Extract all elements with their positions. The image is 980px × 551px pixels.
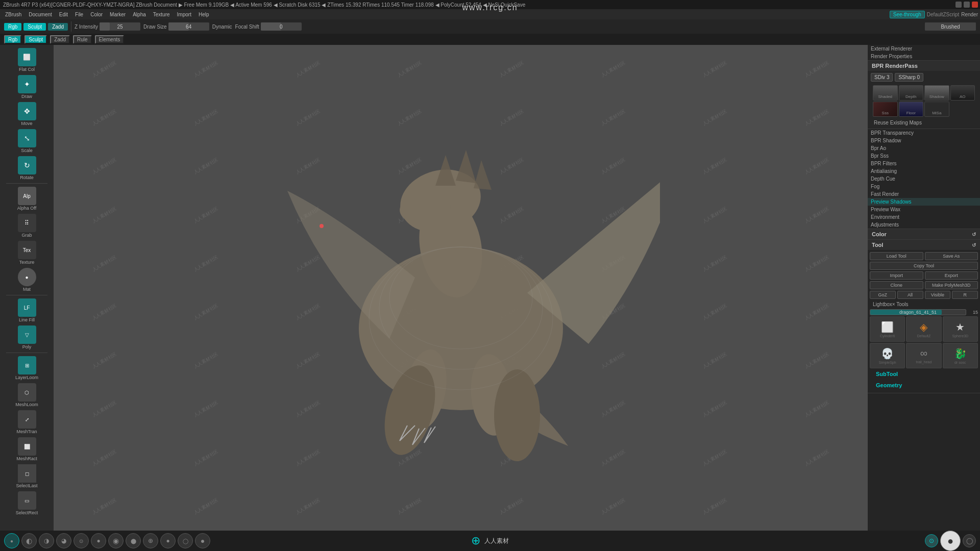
fast-render-toggle[interactable]: Fast Render	[868, 190, 980, 198]
tool-thumb-star[interactable]: ★ Sphere3D	[943, 316, 978, 342]
tool-thumb-mesh[interactable]: ∞ trail_head	[906, 343, 941, 368]
window-controls[interactable]	[955, 0, 978, 9]
brush-r2[interactable]: ●	[940, 531, 961, 551]
tab-elements[interactable]: Elements	[95, 35, 125, 44]
zadd-button[interactable]: Zadd	[48, 23, 68, 31]
sdiv-btn[interactable]: SDiv 3	[871, 73, 893, 82]
dragon-viewport[interactable]: 人人素材社区 人人素材社区 人人素材社区 人人素材社区 人人素材社区 人人素材社…	[54, 45, 868, 531]
tool-thumb-dragon[interactable]: 🐉 dr sosc	[943, 343, 978, 368]
menu-file[interactable]: File	[72, 11, 86, 18]
see-through-button[interactable]: See-through	[890, 11, 925, 18]
sidebar-tool-texture[interactable]: Tex Texture	[4, 240, 50, 266]
lightbox-tools-toggle[interactable]: Lightbox× Tools	[870, 300, 978, 308]
copy-tool-button[interactable]: Copy Tool	[870, 262, 978, 270]
brush-4[interactable]: ◕	[56, 533, 71, 548]
sidebar-tool-flat-col[interactable]: ⬜ Flat Col	[4, 47, 50, 73]
sidebar-tool-poly[interactable]: ▽ Poly	[4, 324, 50, 350]
brush-11[interactable]: ◯	[178, 533, 193, 548]
sidebar-tool-layerloom[interactable]: ⊞ LayerLoom	[4, 355, 50, 381]
dragon-name-slider[interactable]: dragon_61_41_51	[870, 309, 966, 315]
menu-import[interactable]: Import	[174, 11, 194, 18]
sidebar-tool-scale[interactable]: ⤡ Scale	[4, 128, 50, 154]
antialiasing-toggle[interactable]: Antialiasing	[868, 167, 980, 175]
menu-marker[interactable]: Marker	[107, 11, 129, 18]
sidebar-tool-linefill[interactable]: LF Line Fill	[4, 297, 50, 323]
sidebar-tool-grab[interactable]: ⠿ Grab	[4, 213, 50, 239]
bpr-ao-toggle[interactable]: Bpr Ao	[868, 144, 980, 152]
tool-thumb-skull[interactable]: 💀 SimpleSph	[870, 343, 905, 368]
brush-3[interactable]: ◑	[39, 533, 54, 548]
bpr-sss-toggle[interactable]: Bpr Sss	[868, 152, 980, 160]
brush-5[interactable]: ⊙	[74, 533, 89, 548]
import-button[interactable]: Import	[870, 271, 923, 280]
ssharp-btn[interactable]: SSharp 0	[895, 73, 923, 82]
bpr-thumb-sss[interactable]: Sss	[873, 102, 898, 117]
menu-document[interactable]: Document	[26, 11, 55, 18]
sidebar-tool-selectlast[interactable]: ◻ SelectLast	[4, 463, 50, 489]
brush-12[interactable]: ●	[195, 533, 210, 548]
bpr-renderpass-header[interactable]: BPR RenderPass	[868, 61, 980, 71]
render-properties-toggle[interactable]: Render Properties	[868, 53, 980, 60]
reuse-maps-toggle[interactable]: Reuse Existing Maps	[871, 119, 977, 127]
close-button[interactable]	[972, 2, 978, 8]
bpr-transparency-toggle[interactable]: BPR Transparency	[868, 129, 980, 137]
sidebar-tool-mat[interactable]: ● Mat	[4, 267, 50, 293]
preview-wax-toggle[interactable]: Preview Wax	[868, 206, 980, 213]
r-button[interactable]: R	[952, 291, 978, 299]
all-button[interactable]: All	[897, 291, 923, 299]
goz-button[interactable]: GoZ	[870, 291, 896, 299]
tab-sculpt[interactable]: Sculpt	[24, 35, 47, 44]
brushed-slider[interactable]: Brushed	[925, 22, 976, 31]
bpr-shadow-toggle[interactable]: BPR Shadow	[868, 137, 980, 144]
brush-6[interactable]: ●	[91, 533, 106, 548]
menu-texture[interactable]: Texture	[150, 11, 173, 18]
brush-r3[interactable]: ◯	[963, 534, 976, 547]
fog-toggle[interactable]: Fog	[868, 183, 980, 190]
external-renderer-toggle[interactable]: External Renderer	[868, 45, 980, 53]
menu-zbrush[interactable]: ZBrush	[2, 11, 24, 18]
tool-panel-header[interactable]: Tool ↺	[868, 240, 980, 250]
adjustments-toggle[interactable]: Adjustments	[868, 221, 980, 229]
sidebar-tool-meshrect[interactable]: ⬜ MeshRact	[4, 436, 50, 462]
menu-edit[interactable]: Edit	[56, 11, 71, 18]
sidebar-tool-meshloom[interactable]: ⬡ MeshLoom	[4, 382, 50, 408]
menu-help[interactable]: Help	[195, 11, 212, 18]
sidebar-tool-rotate[interactable]: ↻ Rotate	[4, 155, 50, 181]
menu-alpha[interactable]: Alpha	[130, 11, 149, 18]
brush-7[interactable]: ◉	[108, 533, 124, 548]
bpr-thumb-shadow[interactable]: Shadow	[924, 85, 949, 101]
minimize-button[interactable]	[955, 2, 962, 8]
sidebar-tool-move[interactable]: ✥ Move	[4, 101, 50, 127]
focal-slider[interactable]: 0	[261, 22, 302, 31]
brush-1[interactable]: ●	[4, 533, 19, 548]
rgb-button[interactable]: Rgb	[4, 23, 21, 31]
brush-8[interactable]: ⬤	[126, 533, 141, 548]
tab-zadd[interactable]: Zadd	[50, 35, 70, 44]
maximize-button[interactable]	[964, 2, 970, 8]
intensity-slider[interactable]: 25	[100, 22, 140, 31]
tab-rgb[interactable]: Rgb	[4, 35, 21, 44]
tool-thumb-default[interactable]: ◈ DefaultZ	[906, 316, 941, 342]
sidebar-tool-draw[interactable]: ✦ Draw	[4, 74, 50, 100]
bpr-thumb-depth[interactable]: Depth	[899, 85, 924, 101]
brush-9[interactable]: ⊕	[143, 533, 158, 548]
visible-button[interactable]: Visible	[925, 291, 951, 299]
preview-shadows-toggle[interactable]: Preview Shadows	[868, 198, 980, 206]
draw-size-slider[interactable]: 64	[168, 22, 209, 31]
brush-r1[interactable]: ⊙	[925, 534, 938, 547]
load-tool-button[interactable]: Load Tool	[870, 252, 923, 260]
export-button[interactable]: Export	[925, 271, 978, 280]
save-as-button[interactable]: Save As	[925, 252, 978, 260]
menu-color[interactable]: Color	[87, 11, 106, 18]
bpr-thumb-ao[interactable]: AO	[950, 85, 975, 101]
brush-2[interactable]: ◐	[21, 533, 37, 548]
brush-10[interactable]: ●	[160, 533, 176, 548]
color-panel-header[interactable]: Color ↺	[868, 229, 980, 239]
subtool-toggle[interactable]: SubTool	[870, 368, 978, 380]
depth-cue-toggle[interactable]: Depth Cue	[868, 175, 980, 183]
sidebar-tool-selectrect[interactable]: ▭ SelectRect	[4, 490, 50, 516]
make-polymesh-button[interactable]: Make PolyMesh3D	[925, 281, 978, 289]
bpr-thumb-floor[interactable]: Floor	[899, 102, 924, 117]
bpr-filters-toggle[interactable]: BPR Filters	[868, 160, 980, 167]
clone-button[interactable]: Clone	[870, 281, 923, 289]
